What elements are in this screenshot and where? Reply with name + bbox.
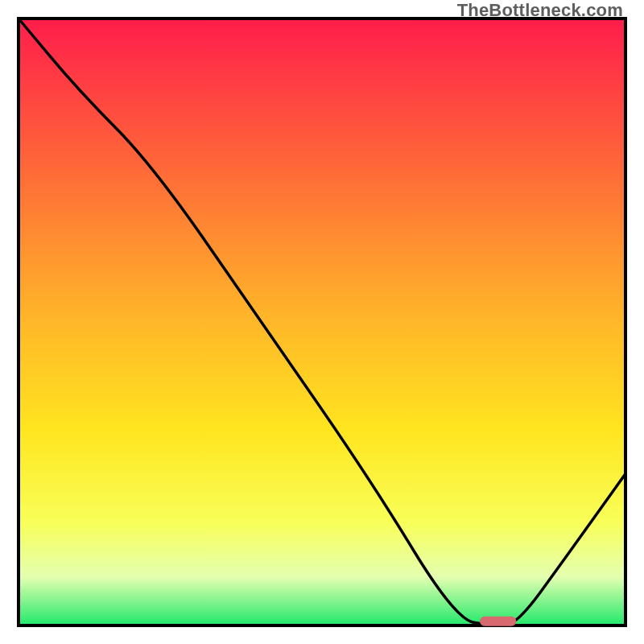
watermark-text: TheBottleneck.com (457, 0, 623, 21)
plot-background (19, 19, 625, 625)
optimal-zone-marker (480, 617, 516, 626)
bottleneck-plot (0, 0, 644, 644)
chart-container: TheBottleneck.com (0, 0, 644, 644)
